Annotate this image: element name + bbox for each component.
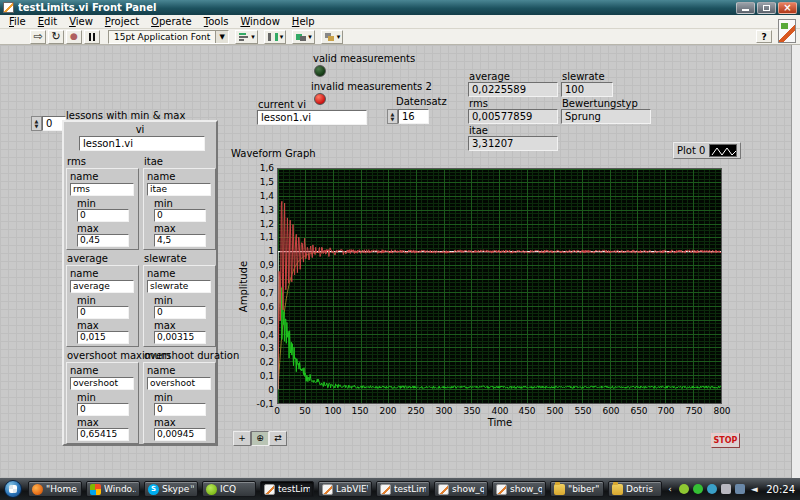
context-help-button[interactable]: ? [756,30,772,43]
volume-icon[interactable]: ◄ [749,484,759,494]
maximize-button[interactable] [757,2,776,14]
pause-button[interactable] [84,30,100,44]
skype-online-icon[interactable] [693,484,703,494]
min-label: min [154,295,173,306]
taskbar-item[interactable]: ICQ [202,481,256,497]
name-field[interactable]: overshoot [147,377,211,390]
name-field[interactable]: slewrate [147,280,211,293]
max-field[interactable]: 0,45 [77,234,129,247]
cursor-tool-button[interactable]: + [233,431,251,446]
name-field[interactable]: rms [70,183,134,196]
resize-objects-button[interactable]: ▾ [292,30,315,44]
x-tick-label: 600 [602,406,619,416]
menu-file[interactable]: File [3,16,32,27]
name-field[interactable]: overshoot [70,377,134,390]
run-button[interactable]: ⇨ [30,30,46,44]
start-button[interactable] [4,480,22,498]
min-field[interactable]: 0 [77,209,129,222]
taskbar-item[interactable]: "Home... [28,481,82,497]
graph-title: Waveform Graph [231,148,316,159]
pause-icon [89,33,95,41]
taskbar-item[interactable]: Dotris [608,481,662,497]
vi-field[interactable]: lesson1.vi [79,136,205,151]
max-field[interactable]: 4,5 [154,234,206,247]
collapse-chevron-icon[interactable]: ‹ [665,484,675,494]
menu-operate[interactable]: Operate [145,16,198,27]
help-icon: ? [761,32,766,42]
x-tick-label: 150 [351,406,368,416]
labview-logo-icon [778,19,796,43]
menu-project[interactable]: Project [99,16,145,27]
taskbar: "Home...Windo...SSkype™...ICQtestLim...L… [0,478,800,500]
max-field[interactable]: 0,00945 [154,428,206,441]
font-selector-label: 15pt Application Font [109,32,215,42]
x-tick-label: 500 [546,406,563,416]
taskbar-item[interactable]: LabVIEW [318,481,372,497]
min-field[interactable]: 0 [154,209,206,222]
zoom-tool-button[interactable]: ⊕ [251,431,269,446]
run-continuously-button[interactable]: ↻ [48,30,64,44]
max-field[interactable]: 0,015 [77,331,129,344]
taskbar-item[interactable]: show_q... [492,481,546,497]
min-field[interactable]: 0 [154,306,206,319]
current-vi-field[interactable]: lesson1.vi [257,110,367,125]
y-tick-label: 0,2 [260,357,274,367]
pan-tool-button[interactable]: ⇄ [269,431,287,446]
name-field[interactable]: itae [147,183,211,196]
abort-button[interactable]: ● [66,30,82,44]
max-field[interactable]: 0,00315 [154,331,206,344]
taskbar-item-label: Windo... [104,484,136,494]
cluster-group: itae name itae min 0 max 4,5 [143,156,216,253]
labview-icon [438,484,449,495]
y-tick-label: 1 [268,246,274,256]
taskbar-item[interactable]: Windo... [86,481,140,497]
invalid-measurements-led [314,93,326,105]
taskbar-item[interactable]: SSkype™... [144,481,198,497]
minimize-button[interactable] [736,2,755,14]
font-selector[interactable]: 15pt Application Font ▼ [108,30,229,44]
windows-icon [90,484,101,495]
waveform-plot-area[interactable] [277,168,722,404]
current-vi-label: current vi [258,99,306,110]
align-objects-button[interactable]: ▾ [235,30,258,44]
network-icon[interactable] [735,484,745,494]
stop-button[interactable]: STOP [711,433,740,448]
cluster-index-spinner[interactable]: ▲▼ [31,116,42,131]
vertical-scrollbar[interactable] [791,45,800,478]
y-tick-label: 0,5 [260,316,274,326]
taskbar-item[interactable]: "biber" [550,481,604,497]
cluster-group: overshoot duration name overshoot min 0 … [143,350,216,447]
icq-tray-icon[interactable] [679,484,689,494]
datensatz-field[interactable]: 16 [398,109,429,124]
menu-edit[interactable]: Edit [32,16,63,27]
close-button[interactable]: × [778,2,797,14]
labview-icon [322,484,333,495]
menu-view[interactable]: View [63,16,99,27]
min-field[interactable]: 0 [154,403,206,416]
title-bar[interactable]: testLimits.vi Front Panel × [0,0,800,15]
taskbar-item-label: show_q... [452,484,484,494]
max-field[interactable]: 0,65415 [77,428,129,441]
datensatz-spinner[interactable]: ▲▼ [387,109,398,124]
reorder-button[interactable]: ▾ [321,30,344,44]
min-field[interactable]: 0 [77,403,129,416]
distribute-objects-button[interactable]: ▾ [264,30,287,44]
menu-tools[interactable]: Tools [198,16,235,27]
messenger-user-icon[interactable] [707,484,717,494]
x-tick-label: 650 [630,406,647,416]
max-label: max [154,320,176,331]
plot-legend[interactable]: Plot 0 [673,142,741,159]
cluster-group-label: overshoot duration [144,350,216,361]
name-field[interactable]: average [70,280,134,293]
taskbar-clock: 20:24 [766,484,795,495]
taskbar-item[interactable]: testLim... [376,481,430,497]
y-tick-label: 0,1 [260,371,274,381]
x-tick-label: 50 [299,406,310,416]
menu-help[interactable]: Help [286,16,321,27]
device-icon[interactable] [721,484,731,494]
taskbar-item[interactable]: show_q... [434,481,488,497]
min-field[interactable]: 0 [77,306,129,319]
bewertungstyp-label: Bewertungstyp [562,98,638,109]
taskbar-item[interactable]: testLim... [260,481,314,497]
menu-window[interactable]: Window [234,16,285,27]
